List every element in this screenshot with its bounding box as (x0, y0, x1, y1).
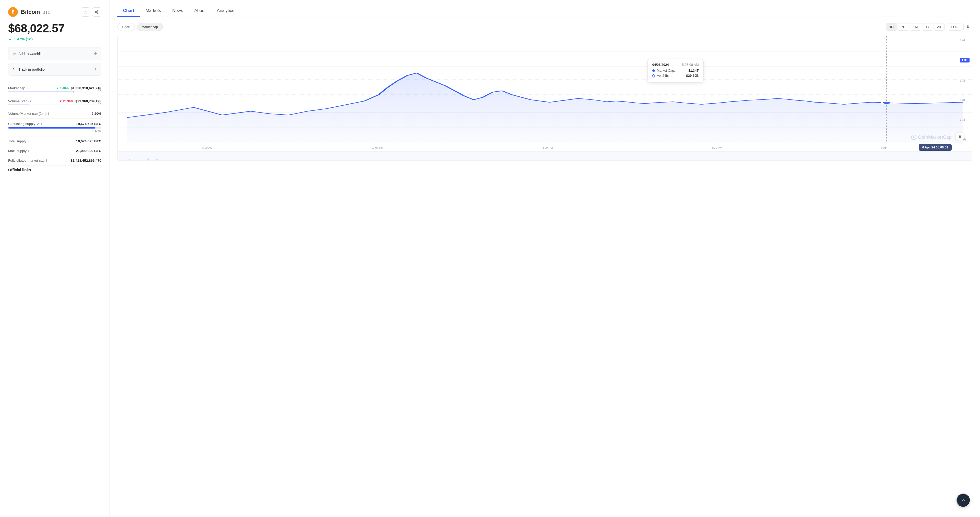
coin-icon: ₿ (8, 7, 18, 17)
fdmc-label: Fully diluted market cap ℹ (8, 159, 47, 162)
volume-rank: #2 (98, 101, 101, 104)
y-label-1: 1.4T (960, 38, 969, 41)
market-cap-bar: #1 (8, 92, 101, 92)
circ-supply-stat: Circulating supply ✓ ℹ 19,674,625 BTC 93… (8, 119, 101, 136)
watermark: CoinMarketCap (911, 135, 952, 140)
fdmc-value: $1,428,452,866,470 (71, 159, 101, 162)
total-supply-stat: Total supply ℹ 19,674,625 BTC (8, 136, 101, 146)
fdmc-stat: Fully diluted market cap ℹ $1,428,452,86… (8, 156, 101, 165)
right-panel: Chart Markets News About Analytics Price… (110, 0, 980, 517)
tooltip-time: 5:06:08 AM (682, 63, 699, 67)
volume-expand-icon[interactable]: › (32, 100, 33, 103)
tooltip-market-cap-label: Market Cap: (657, 68, 675, 73)
market-cap-value: $1,338,318,621,918 (71, 86, 101, 90)
change-arrow: ▲ (8, 37, 12, 41)
market-cap-info[interactable]: ℹ (27, 86, 28, 90)
mini-bar (155, 160, 156, 161)
verified-icon: ✓ (37, 122, 40, 126)
svg-line-3 (96, 12, 97, 13)
total-supply-info[interactable]: ℹ (27, 140, 29, 143)
market-cap-rank: #1 (98, 88, 101, 91)
tooltip-market-cap-row: Market Cap: $1.34T (652, 68, 699, 73)
time-all-button[interactable]: All (934, 23, 944, 31)
vol-market-cap-info[interactable]: ℹ (48, 112, 49, 116)
time-7d-button[interactable]: 7D (897, 23, 909, 31)
share-button[interactable] (92, 7, 101, 17)
svg-point-0 (97, 10, 98, 11)
date-cursor-label: 6 Apr '24 05:06:08 (919, 144, 952, 151)
volume-stat: Volume (24h) ℹ › ▼ 20.30% $29,368,739,19… (8, 96, 101, 109)
volume-label: Volume (24h) ℹ › (8, 99, 33, 103)
svg-point-2 (97, 13, 98, 14)
market-cap-stat: Market cap ℹ ▲ 1.48% $1,338,318,621,918 … (8, 83, 101, 96)
log-button[interactable]: LOG (948, 23, 962, 31)
watchlist-label: Add to watchlist (18, 52, 43, 56)
tab-analytics[interactable]: Analytics (211, 5, 240, 17)
chart-tabs: Chart Markets News About Analytics (118, 5, 972, 17)
market-cap-change: ▲ 1.48% (56, 86, 68, 90)
portfolio-label: Track in portfolio (18, 67, 45, 71)
tooltip-date: 04/06/2024 (652, 63, 669, 67)
mini-bar (157, 159, 158, 161)
scroll-to-top-button[interactable] (956, 493, 970, 507)
y-label-4: 1.3T (960, 98, 969, 101)
mini-bar (129, 159, 130, 161)
mini-bar (130, 160, 131, 161)
tab-chart[interactable]: Chart (118, 5, 140, 17)
volume-bar: #2 (8, 105, 101, 105)
tab-news[interactable]: News (167, 5, 189, 17)
market-cap-type-button[interactable]: Market cap (137, 23, 163, 31)
action-buttons: ☆ Add to watchlist + ↻ Track in portfoli… (8, 47, 101, 76)
vol-market-cap-value: 2.20% (92, 112, 101, 116)
star-icon: ☆ (13, 52, 16, 56)
market-cap-label: Market cap ℹ (8, 86, 28, 90)
tab-markets[interactable]: Markets (140, 5, 166, 17)
y-label-2-highlight: 1.3T (960, 58, 969, 62)
max-supply-label: Max. supply ℹ (8, 149, 29, 153)
add-to-watchlist-button[interactable]: ☆ Add to watchlist + (8, 47, 101, 60)
y-label-5: 1.3T (960, 118, 969, 121)
pause-button[interactable]: ⏸ (955, 132, 964, 141)
download-button[interactable]: ⬇ (963, 23, 972, 31)
y-label-3: 1.3T (960, 79, 969, 82)
chart-y-labels: 1.4T 1.3T 1.3T 1.3T 1.3T 1.3T (960, 36, 969, 143)
volume-info[interactable]: ℹ (30, 100, 31, 103)
watchlist-star-button[interactable]: ☆ (81, 7, 90, 17)
mini-bar (147, 159, 148, 161)
time-1d-button[interactable]: 1D (886, 23, 897, 31)
circ-supply-info[interactable]: ℹ (41, 122, 42, 126)
mini-bar (123, 160, 124, 161)
coin-header: ₿ Bitcoin BTC ☆ (8, 7, 101, 17)
header-icons: ☆ (81, 7, 101, 17)
tooltip-date-row: 04/06/2024 5:06:08 AM (652, 63, 699, 67)
time-1m-button[interactable]: 1M (910, 23, 921, 31)
tooltip-market-cap-value: $1.34T (688, 68, 698, 73)
current-price: $68,022.57 (8, 21, 101, 35)
coin-title: ₿ Bitcoin BTC (8, 7, 51, 17)
mini-bar (148, 159, 149, 161)
track-portfolio-button[interactable]: ↻ Track in portfolio + (8, 63, 101, 76)
volume-value: $29,368,739,195 (76, 99, 101, 103)
tab-about[interactable]: About (189, 5, 211, 17)
x-label-4: 8:00 PM (711, 146, 722, 149)
x-label-2: 12:00 PM (371, 146, 383, 149)
mini-bar (156, 159, 157, 161)
vol-market-cap-label: Volume/Market cap (24h) ℹ (8, 112, 49, 116)
mini-bar (137, 159, 138, 161)
left-panel: ₿ Bitcoin BTC ☆ $68,022.57 ▲ 1.47% (1d) (0, 0, 110, 517)
vol-market-cap-stat: Volume/Market cap (24h) ℹ 2.20% (8, 109, 101, 119)
chart-x-labels: 8:00 AM 12:00 PM 4:00 PM 8:00 PM 6 Apr (118, 144, 972, 151)
max-supply-info[interactable]: ℹ (28, 149, 29, 153)
fdmc-info[interactable]: ℹ (46, 159, 47, 162)
plus-icon-portfolio: + (94, 66, 97, 72)
tooltip-vol-row: Vol 24h: $29.39B (652, 74, 699, 78)
portfolio-icon: ↻ (13, 67, 16, 72)
official-links-section: Official links (8, 168, 101, 172)
price-type-button[interactable]: Price (118, 23, 135, 31)
time-period-buttons: 1D 7D 1M 1Y All LOG (886, 23, 962, 31)
circ-supply-bar (8, 127, 101, 128)
time-1y-button[interactable]: 1Y (922, 23, 933, 31)
circ-supply-pct: 93.69% (8, 129, 101, 133)
price-chart-svg (118, 36, 972, 143)
volume-change: ▼ 20.30% (59, 100, 73, 103)
